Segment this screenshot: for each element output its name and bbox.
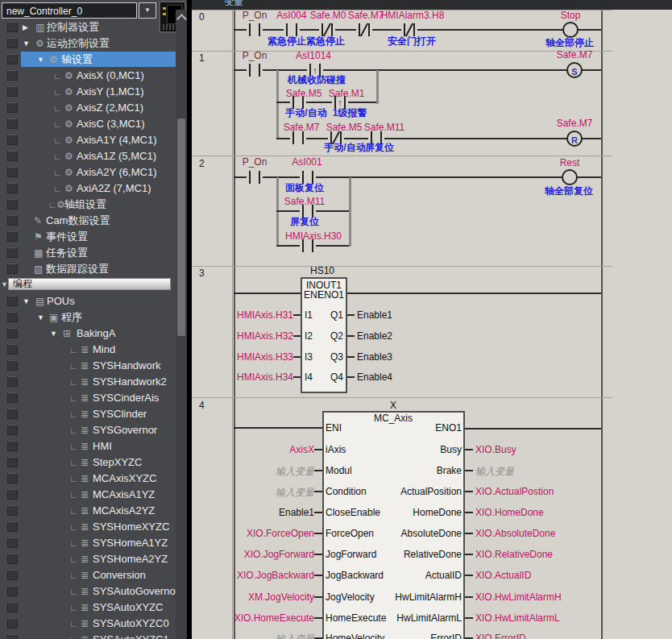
tree-checkbox[interactable] bbox=[7, 489, 18, 500]
tree-checkbox[interactable] bbox=[7, 473, 18, 483]
contact-nc-safe-m7[interactable] bbox=[356, 23, 372, 36]
tree-item-item[interactable]: ▨数据跟踪设置 bbox=[0, 261, 176, 277]
fb-input-value[interactable]: HMIAxis.H31 bbox=[237, 309, 293, 321]
fb-output-value[interactable]: Enable3 bbox=[357, 351, 392, 363]
tree-item-item[interactable]: ▦任务设置 bbox=[0, 245, 176, 261]
coil-set-safe-m7[interactable]: S bbox=[566, 62, 583, 78]
tree-item-item[interactable]: ▼⚙轴设置 bbox=[0, 52, 176, 68]
tree-item-axisa2y-6-mc1[interactable]: ∟⚙AxisA2Y (6,MC1) bbox=[0, 164, 176, 180]
fb-input-value[interactable]: 输入变量 bbox=[276, 633, 314, 639]
tree-checkbox[interactable] bbox=[7, 38, 18, 48]
tree-checkbox[interactable] bbox=[7, 102, 18, 113]
fb-output-value[interactable]: XIO.AbsoluteDone bbox=[475, 528, 555, 539]
tree-checkbox[interactable] bbox=[7, 263, 18, 274]
tree-checkbox[interactable] bbox=[7, 586, 18, 596]
tree-checkbox[interactable] bbox=[7, 441, 18, 451]
fb-input-value[interactable]: Enable1 bbox=[279, 507, 314, 518]
fb-output-value[interactable]: Enable2 bbox=[357, 330, 392, 342]
coil-reset-safe-m7[interactable]: R bbox=[566, 131, 583, 147]
tree-item-axisy-1-mc1[interactable]: ∟⚙AxisY (1,MC1) bbox=[0, 84, 176, 100]
fb-output-value[interactable]: XIO.HwLimitAlarmL bbox=[475, 612, 560, 624]
tree-item-mcaxisa1yz[interactable]: ∟≣MCAxisA1YZ bbox=[0, 487, 176, 503]
coil-stop[interactable] bbox=[562, 22, 579, 38]
tree-checkbox[interactable] bbox=[7, 457, 18, 467]
tree-checkbox[interactable] bbox=[7, 618, 18, 629]
tree-item-syshomea1yz[interactable]: ∟≣SYSHomeA1YZ bbox=[0, 535, 176, 551]
fb-output-value[interactable]: XIO.RelativeDone bbox=[475, 549, 553, 560]
tree-item-bakinga[interactable]: ▼⊞BakingA bbox=[0, 326, 176, 342]
tree-item-axia2z-7-mc1[interactable]: ∟⚙AxiA2Z (7,MC1) bbox=[0, 180, 176, 197]
fb-input-value[interactable]: HMIAxis.H32 bbox=[237, 330, 293, 342]
fb-output-value[interactable]: Enable1 bbox=[357, 309, 392, 321]
fb-input-value[interactable]: 输入变量 bbox=[276, 465, 314, 479]
tree-item-axisa1z-5-mc1[interactable]: ∟⚙AxisA1Z (5,MC1) bbox=[0, 148, 176, 164]
tree-item-sysclinder[interactable]: ∟≣SYSClinder bbox=[0, 406, 176, 422]
tree-item-syshomea2yz[interactable]: ∟≣SYSHomeA2YZ bbox=[0, 551, 176, 567]
tree-checkbox[interactable] bbox=[7, 328, 18, 338]
chevron-right-icon[interactable]: ▶ bbox=[23, 23, 28, 31]
scroll-up-icon[interactable] bbox=[177, 13, 185, 21]
tree-item-cam[interactable]: ✎Cam数据设置 bbox=[0, 213, 176, 229]
tree-item-axisx-0-mc1[interactable]: ∟⚙AxisX (0,MC1) bbox=[0, 68, 176, 84]
tree-item-sysgovernor[interactable]: ∟≣SYSGovernor bbox=[0, 422, 176, 438]
fb-output-value[interactable]: XIO.HwLimitAlarmH bbox=[475, 591, 562, 603]
tree-item-mcaxisa2yz[interactable]: ∟≣MCAxisA2YZ bbox=[0, 503, 176, 519]
fb-input-value[interactable]: XIO.JogBackward bbox=[237, 570, 314, 581]
fb-output-value[interactable]: XIO.ActualPostion bbox=[475, 486, 554, 497]
tree-item-syshandwork[interactable]: ∟≣SYSHandwork bbox=[0, 358, 176, 374]
tree-item-sysautoxyzc[interactable]: ∟≣SYSAutoXYZC bbox=[0, 600, 176, 616]
contact-no-safe-m7[interactable] bbox=[290, 131, 306, 144]
tree-checkbox[interactable] bbox=[7, 247, 18, 258]
fb-output-value[interactable]: 输入变量 bbox=[475, 465, 514, 479]
chevron-down-icon[interactable]: ▼ bbox=[1, 280, 8, 288]
chevron-down-icon[interactable]: ▼ bbox=[37, 313, 44, 322]
tree-checkbox[interactable] bbox=[7, 392, 18, 403]
tree-checkbox[interactable] bbox=[7, 554, 18, 564]
tree-item-axisa1y-4-mc1[interactable]: ∟⚙AxisA1Y (4,MC1) bbox=[0, 132, 176, 148]
fb-output-value[interactable]: XIO.Busy bbox=[475, 444, 516, 455]
fb-input-value[interactable]: XIO.HomeExecute bbox=[234, 612, 314, 624]
tree-item-item[interactable]: ▶▥控制器设置 bbox=[0, 19, 176, 35]
tree-item-item[interactable]: ▼⚙运动控制设置 bbox=[0, 35, 176, 52]
scrollbar-thumb[interactable] bbox=[177, 118, 185, 336]
tree-item-axisc-3-mc1[interactable]: ∟⚙AxisC (3,MC1) bbox=[0, 116, 176, 132]
tree-checkbox[interactable] bbox=[7, 70, 18, 81]
tree-checkbox[interactable] bbox=[7, 231, 18, 242]
tree-item-sysautogovernor[interactable]: ∟≣SYSAutoGovernor bbox=[0, 583, 176, 600]
tree-item-conversion[interactable]: ∟≣Conversion bbox=[0, 567, 176, 583]
tree-checkbox[interactable] bbox=[7, 521, 18, 532]
tree-item-item[interactable]: ⚑事件设置 bbox=[0, 229, 176, 245]
chevron-down-icon[interactable]: ▼ bbox=[50, 330, 57, 338]
tree-checkbox[interactable] bbox=[7, 634, 18, 639]
tree-checkbox[interactable] bbox=[7, 570, 18, 580]
tree-item-item[interactable]: ▼▣程序 bbox=[0, 309, 176, 326]
contact-no-p-on[interactable] bbox=[247, 171, 263, 184]
tree-item-syshomexyzc[interactable]: ∟≣SYSHomeXYZC bbox=[0, 519, 176, 535]
tree-checkbox[interactable] bbox=[7, 409, 18, 419]
tree-checkbox[interactable] bbox=[7, 118, 18, 129]
tree-item-axisz-2-mc1[interactable]: ∟⚙AxisZ (2,MC1) bbox=[0, 100, 176, 116]
tree-checkbox[interactable] bbox=[7, 167, 18, 177]
fb-output-value[interactable]: XIO.HomeDone bbox=[475, 507, 544, 518]
fb-input-value[interactable]: XIO.JogForward bbox=[244, 549, 314, 560]
fb-input-value[interactable]: XM.JogVelocity bbox=[248, 591, 314, 603]
explorer-scrollbar[interactable] bbox=[176, 10, 187, 639]
tree-item-sysautoxyzc1[interactable]: ∟≣SYSAutoXYZC1 bbox=[0, 632, 176, 639]
tree-item-sysautoxyzc0[interactable]: ∟≣SYSAutoXYZC0 bbox=[0, 616, 176, 632]
tree-section-header-item[interactable]: ▼编程 bbox=[0, 277, 176, 293]
tree-checkbox[interactable] bbox=[7, 22, 18, 32]
contact-no-p-on[interactable] bbox=[247, 64, 263, 77]
tree-item-item[interactable]: ∟⚙轴组设置 bbox=[0, 197, 176, 213]
fb-input-value[interactable]: HMIAxis.H33 bbox=[237, 351, 293, 363]
tree-checkbox[interactable] bbox=[7, 425, 18, 435]
tree-checkbox[interactable] bbox=[7, 344, 18, 355]
tree-checkbox[interactable] bbox=[7, 296, 18, 306]
tree-checkbox[interactable] bbox=[7, 215, 18, 226]
fb-input-value[interactable]: XIO.ForceOpen bbox=[247, 528, 314, 539]
tree-checkbox[interactable] bbox=[7, 376, 18, 387]
fb-output-value[interactable]: Enable4 bbox=[357, 371, 392, 383]
tree-item-hmi[interactable]: ∟≣HMI bbox=[0, 438, 176, 454]
controller-select[interactable]: new_Controller_0 bbox=[2, 2, 137, 19]
tree-checkbox[interactable] bbox=[7, 199, 18, 210]
tree-checkbox[interactable] bbox=[7, 312, 18, 322]
